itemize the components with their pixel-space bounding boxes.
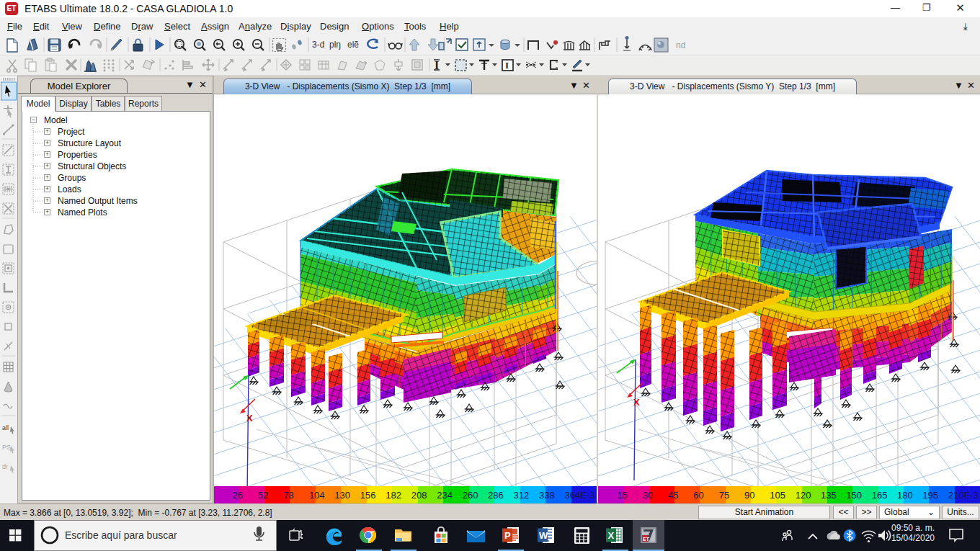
svg-text:ET: ET [643,537,650,542]
svg-text:elẽ: elẽ [347,40,359,50]
svg-text:W: W [539,530,548,541]
svg-text:3-d: 3-d [312,40,324,50]
svg-text:I: I [505,60,509,71]
svg-text:P: P [504,530,511,541]
svg-text:X: X [246,413,253,424]
svg-text:plŋ: plŋ [329,40,341,50]
svg-text:dr: dr [2,463,8,470]
svg-text:PS: PS [2,444,11,451]
svg-text:X: X [633,397,640,408]
svg-text:all: all [2,424,9,431]
svg-text:nd: nd [676,40,685,50]
svg-text:X: X [608,530,615,541]
